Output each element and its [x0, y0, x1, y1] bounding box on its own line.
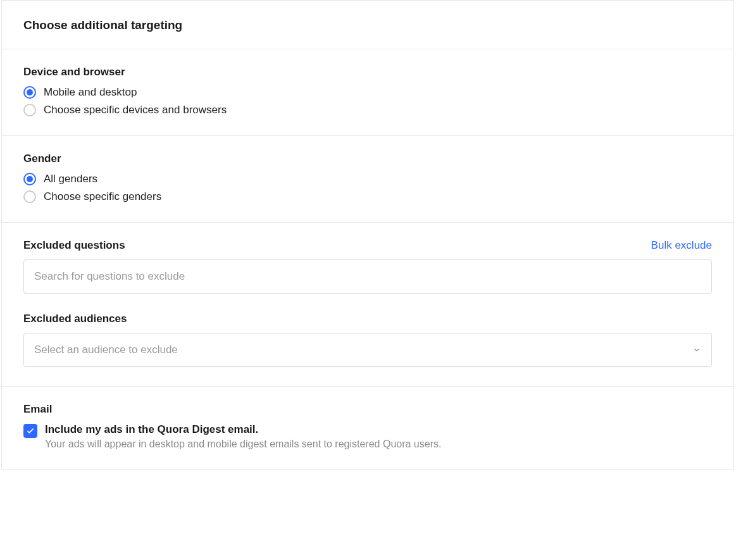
radio-label: Mobile and desktop	[44, 86, 137, 99]
gender-radio-group: All genders Choose specific genders	[23, 173, 712, 203]
radio-label: Choose specific genders	[44, 190, 161, 203]
exclusions-section: Excluded questions Bulk exclude Excluded…	[2, 223, 733, 387]
gender-section-title: Gender	[23, 152, 712, 165]
radio-icon	[23, 104, 36, 116]
checkbox-icon	[23, 424, 37, 438]
excluded-audiences-select[interactable]: Select an audience to exclude	[23, 333, 712, 367]
device-section-title: Device and browser	[23, 66, 712, 78]
radio-icon	[23, 190, 36, 203]
excluded-questions-header: Excluded questions Bulk exclude	[23, 239, 712, 252]
device-option-specific[interactable]: Choose specific devices and browsers	[23, 104, 712, 116]
device-section: Device and browser Mobile and desktop Ch…	[2, 49, 733, 136]
gender-section: Gender All genders Choose specific gende…	[2, 136, 733, 223]
excluded-questions-input[interactable]	[23, 259, 712, 294]
select-placeholder: Select an audience to exclude	[34, 344, 178, 356]
radio-icon	[23, 173, 36, 185]
gender-option-all[interactable]: All genders	[23, 173, 712, 185]
excluded-questions-title: Excluded questions	[23, 239, 125, 252]
gender-option-specific[interactable]: Choose specific genders	[23, 190, 712, 203]
chevron-down-icon	[692, 345, 701, 354]
panel-header: Choose additional targeting	[2, 1, 733, 49]
radio-icon	[23, 86, 36, 99]
email-section-title: Email	[23, 403, 712, 416]
panel-title: Choose additional targeting	[23, 18, 712, 32]
device-radio-group: Mobile and desktop Choose specific devic…	[23, 86, 712, 116]
checkbox-text: Include my ads in the Quora Digest email…	[45, 423, 441, 450]
device-option-mobile-desktop[interactable]: Mobile and desktop	[23, 86, 712, 99]
bulk-exclude-link[interactable]: Bulk exclude	[651, 239, 712, 252]
checkbox-description: Your ads will appear in desktop and mobi…	[45, 439, 441, 450]
email-digest-checkbox-row[interactable]: Include my ads in the Quora Digest email…	[23, 423, 712, 450]
email-section: Email Include my ads in the Quora Digest…	[2, 387, 733, 469]
checkbox-label: Include my ads in the Quora Digest email…	[45, 423, 441, 436]
radio-label: Choose specific devices and browsers	[44, 104, 227, 116]
targeting-panel: Choose additional targeting Device and b…	[1, 0, 734, 470]
radio-label: All genders	[44, 173, 97, 185]
excluded-audiences-title: Excluded audiences	[23, 313, 712, 325]
